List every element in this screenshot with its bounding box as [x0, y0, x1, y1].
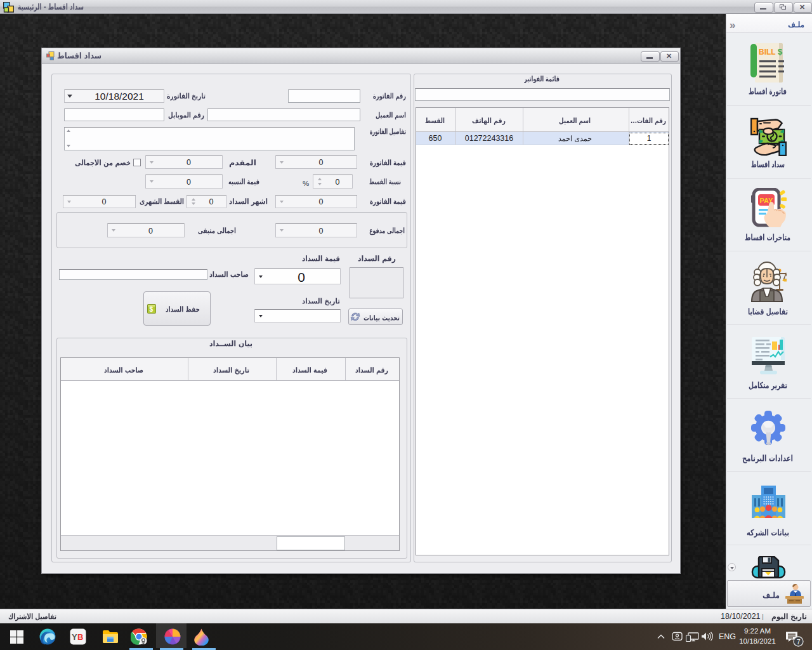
svg-text:7: 7 [797, 638, 801, 646]
svg-text:$: $ [150, 306, 154, 313]
svg-text:B: B [77, 632, 83, 642]
svg-text:Y: Y [72, 632, 77, 642]
svg-text:$: $ [778, 47, 783, 56]
svg-text:BILL: BILL [759, 48, 776, 56]
